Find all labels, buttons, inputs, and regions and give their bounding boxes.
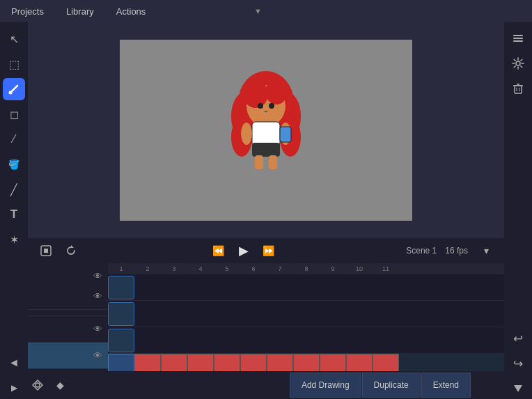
playback-center: ⏪ ▶ ⏩: [209, 241, 279, 260]
brush-icon: [8, 83, 20, 95]
frame-tool-btn[interactable]: [36, 241, 56, 260]
timeline-area: Arm 👁 Layer 6 👁 Body 👁 Head 👁 1 2 3 4 5 …: [0, 263, 504, 371]
refresh-icon: [65, 244, 77, 257]
body-keyframe-1[interactable]: [108, 329, 134, 352]
head-thumb-2[interactable]: [134, 354, 161, 371]
playback-left: [36, 241, 81, 260]
frame-icon: [38, 243, 54, 258]
fill-tool-btn[interactable]: 🪣: [3, 153, 25, 175]
frame-num-3: 3: [172, 265, 175, 272]
menu-bar: Projects Library Actions ▼: [0, 0, 532, 22]
frame-num-7: 7: [278, 265, 281, 272]
eyedropper-tool-btn[interactable]: ⁄: [3, 128, 25, 150]
more-options-btn[interactable]: ▾: [476, 241, 496, 260]
head-thumb-8[interactable]: [293, 354, 320, 371]
text-tool-btn[interactable]: T: [3, 203, 25, 226]
svg-point-5: [516, 61, 520, 65]
layer6-frames: [108, 301, 504, 327]
left-toolbar: ↖ ⬚ ◻ ⁄ 🪣 ╱ T ✶ ◄ ▶: [0, 22, 28, 399]
layers-icon: [511, 31, 525, 45]
fps-label: 16 fps: [445, 246, 468, 256]
svg-rect-3: [513, 38, 523, 39]
layers-btn[interactable]: [508, 28, 529, 49]
svg-rect-25: [280, 127, 291, 142]
layer-arm-visibility[interactable]: 👁: [93, 271, 102, 281]
scene-label: Scene 1: [406, 246, 437, 256]
next-frame-btn[interactable]: ▶: [3, 377, 25, 399]
eraser-tool-btn[interactable]: ◻: [3, 103, 25, 125]
menu-projects[interactable]: Projects: [6, 3, 49, 19]
svg-point-21: [269, 103, 274, 109]
filter-btn[interactable]: [508, 378, 529, 399]
undo-btn[interactable]: ↩: [508, 328, 529, 349]
brush-tool-btn[interactable]: [3, 78, 25, 100]
arm-layer-frames: [108, 274, 504, 301]
convert-icon: [31, 379, 44, 391]
select-tool-btn[interactable]: ⬚: [3, 53, 25, 75]
frame-num-5: 5: [225, 265, 228, 272]
canvas-frame[interactable]: [120, 40, 412, 221]
menu-actions[interactable]: Actions: [111, 3, 152, 19]
frame-num-6: 6: [251, 265, 255, 272]
svg-rect-2: [513, 35, 523, 36]
extend-btn[interactable]: Extend: [421, 373, 471, 398]
frame-num-1: 1: [119, 265, 123, 272]
head-thumb-3[interactable]: [161, 354, 187, 371]
frame-num-2: 2: [146, 265, 149, 272]
head-thumb-9[interactable]: [320, 354, 346, 371]
head-thumb-11[interactable]: [373, 354, 399, 371]
head-thumb-4[interactable]: [187, 354, 214, 371]
frame-num-10: 10: [356, 265, 363, 272]
redo-btn[interactable]: ↪: [508, 353, 529, 374]
right-toolbar: ↩ ↪: [504, 22, 532, 399]
svg-point-20: [258, 103, 263, 109]
trash-btn[interactable]: [508, 78, 529, 99]
play-btn[interactable]: ▶: [234, 241, 253, 260]
frame-numbers-header: 1 2 3 4 5 6 7 8 9 10 11: [108, 263, 504, 274]
frame-num-9: 9: [331, 265, 334, 272]
convert-btn[interactable]: [28, 375, 47, 395]
filter-icon: [512, 382, 524, 395]
line-tool-btn[interactable]: ╱: [3, 178, 25, 201]
layer-body-visibility[interactable]: 👁: [93, 324, 102, 334]
refresh-btn[interactable]: [61, 241, 81, 260]
character-svg: [217, 61, 315, 200]
svg-rect-6: [515, 86, 522, 93]
arm-keyframe-1[interactable]: [108, 276, 134, 299]
svg-point-18: [243, 80, 268, 108]
head-thumb-6[interactable]: [240, 354, 267, 371]
bottom-bar: + ◆ Add Drawing Duplicate Extend: [0, 371, 504, 399]
head-thumb-5[interactable]: [214, 354, 240, 371]
diamond-btn[interactable]: ◆: [50, 375, 70, 395]
trash-icon: [512, 82, 524, 95]
head-frame-1-selected[interactable]: [108, 354, 134, 371]
svg-rect-26: [252, 143, 280, 157]
layer-head-visibility[interactable]: 👁: [93, 350, 102, 361]
add-drawing-btn[interactable]: Add Drawing: [290, 373, 361, 398]
skip-back-btn[interactable]: ⏪: [209, 241, 228, 260]
frame-num-11: 11: [382, 265, 389, 272]
prev-frame-btn[interactable]: ◄: [3, 352, 25, 374]
canvas-area: [28, 22, 504, 238]
svg-rect-22: [252, 122, 280, 146]
skip-forward-btn[interactable]: ⏩: [259, 241, 279, 260]
svg-rect-30: [44, 249, 48, 253]
playback-bar: ⏪ ▶ ⏩ Scene 1 16 fps ▾: [28, 238, 504, 263]
smudge-tool-btn[interactable]: ✶: [3, 228, 25, 251]
settings-btn[interactable]: [508, 53, 529, 74]
svg-point-1: [9, 91, 13, 95]
bottom-right-actions: Add Drawing Duplicate Extend: [290, 371, 471, 399]
duplicate-btn[interactable]: Duplicate: [362, 373, 421, 398]
menu-library[interactable]: Library: [61, 3, 100, 19]
head-thumb-10[interactable]: [346, 354, 373, 371]
head-thumb-7[interactable]: [267, 354, 293, 371]
body-layer-frames: [108, 327, 504, 354]
svg-point-23: [241, 123, 252, 145]
svg-rect-27: [255, 155, 263, 169]
svg-marker-11: [514, 385, 522, 392]
move-tool-btn[interactable]: ↖: [3, 28, 25, 50]
svg-rect-28: [269, 155, 277, 169]
layer6-keyframe-1[interactable]: [108, 302, 134, 326]
at-layer-visibility-icon[interactable]: 👁: [93, 291, 102, 302]
head-layer-frames: [108, 354, 504, 371]
